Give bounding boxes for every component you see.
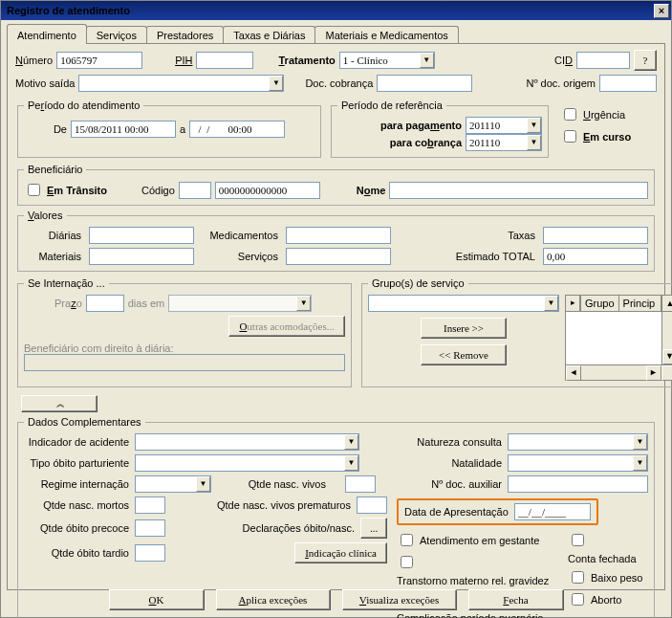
visualiza-excecoes-button[interactable]: Visualiza exceções (342, 589, 457, 610)
tratamento-select[interactable]: 1 - Clínico (339, 52, 435, 69)
chevron-up-icon[interactable]: ▲ (661, 296, 672, 311)
estimado-total-label: Estimado TOTAL (399, 251, 535, 262)
pih-input[interactable] (196, 52, 253, 69)
ndoc-origem-input[interactable] (599, 75, 657, 92)
medicamentos-input[interactable] (286, 227, 391, 244)
chk-gestante[interactable] (401, 534, 413, 546)
qtde-nasc-vivos-prematuros-label: Qtde nasc. vivos prematuros (171, 499, 351, 511)
scrollbar-horizontal[interactable]: ◄ ► (565, 365, 672, 381)
taxas-input[interactable] (543, 227, 648, 244)
beneficiario-legend: Beneficiário (24, 164, 86, 175)
chk-puerperio-label: Complicação período puerpério (397, 612, 543, 618)
tab-materiais-medicamentos[interactable]: Materiais e Medicamentos (314, 26, 458, 44)
estimado-total-input[interactable] (543, 248, 648, 265)
regime-internacao-label: Regime internação (24, 478, 129, 490)
ndoc-origem-label: Nº doc. origem (527, 77, 596, 89)
grid-col-grupo[interactable]: Grupo (581, 296, 619, 311)
scrollbar-vertical[interactable]: ▼ (661, 312, 672, 364)
para-pagamento-label: para pagamento (380, 120, 462, 131)
qtde-nasc-vivos-prematuros-input[interactable] (357, 497, 387, 514)
qtde-nasc-vivos-input[interactable] (345, 475, 376, 493)
indicador-acidente-select[interactable] (135, 433, 359, 451)
tab-servicos[interactable]: Serviços (86, 26, 147, 44)
motivo-saida-select[interactable] (78, 75, 284, 92)
materiais-label: Materiais (24, 251, 81, 262)
grid-body[interactable]: ▼ (565, 312, 672, 365)
em-curso-label: Em curso (583, 131, 631, 143)
chk-conta-fechada[interactable] (572, 534, 584, 546)
tab-taxas-diarias[interactable]: Taxas e Diárias (223, 26, 315, 44)
doc-cobranca-input[interactable] (377, 75, 472, 92)
taxas-label: Taxas (399, 230, 535, 241)
chk-conta-fechada-label: Conta fechada (568, 553, 637, 564)
nome-input[interactable] (389, 182, 648, 199)
qtde-nasc-mortos-input[interactable] (135, 497, 165, 514)
grid-col-princip[interactable]: Princip (619, 296, 661, 311)
ndoc-auxiliar-input[interactable] (508, 475, 648, 493)
close-icon[interactable]: × (654, 4, 669, 18)
expand-button[interactable]: ︽ (21, 395, 98, 412)
chevron-down-icon[interactable]: ▼ (662, 349, 672, 364)
dias-em-label: dias em (128, 298, 165, 309)
grupo-select[interactable] (368, 295, 559, 312)
cid-label: CID (554, 55, 573, 66)
periodo-atend-legend: Período do atendimento (24, 99, 143, 111)
tipo-obito-select[interactable] (135, 454, 359, 472)
servicos-label: Serviços (202, 251, 278, 262)
codigo-label: Código (141, 185, 175, 196)
indicacao-clinica-button[interactable]: Indicação clínica (294, 542, 387, 563)
para-pagamento-select[interactable]: 201110 (466, 117, 542, 134)
chk-transtorno-label: Transtorno materno rel. gravidez (397, 575, 549, 586)
qtde-obito-tardio-input[interactable] (135, 544, 165, 562)
natureza-consulta-label: Natureza consulta (397, 436, 502, 448)
periodo-a-input[interactable] (189, 121, 285, 138)
periodo-de-input[interactable] (71, 121, 176, 138)
insere-button[interactable]: Insere >> (421, 318, 507, 339)
aplica-excecoes-button[interactable]: Aplica exceções (216, 589, 331, 610)
urgencia-checkbox[interactable] (564, 108, 576, 121)
regime-internacao-select[interactable] (135, 475, 211, 493)
tipo-obito-label: Tipo óbito parturiente (24, 457, 129, 469)
numero-input[interactable] (56, 52, 142, 69)
cid-help-button[interactable]: ? (634, 50, 657, 71)
qtde-obito-precoce-label: Qtde óbito precoce (24, 522, 129, 534)
tabstrip: Atendimento Serviços Prestadores Taxas e… (7, 26, 665, 44)
materiais-input[interactable] (89, 248, 194, 265)
chk-gestante-label: Atendimento em gestante (420, 535, 539, 546)
ndoc-auxiliar-label: Nº doc. auxiliar (397, 478, 502, 490)
chk-transtorno[interactable] (401, 556, 413, 568)
codigo1-input[interactable] (179, 182, 211, 199)
natureza-consulta-select[interactable] (508, 433, 648, 451)
declaracoes-button[interactable]: ... (360, 518, 387, 539)
servicos-input[interactable] (286, 248, 391, 265)
diarias-input[interactable] (89, 227, 194, 244)
qtde-nasc-vivos-label: Qtde nasc. vivos (230, 478, 326, 490)
internacao-legend: Se Internação ... (24, 277, 109, 289)
chevron-right-icon[interactable]: ► (646, 365, 661, 381)
em-curso-checkbox[interactable] (564, 130, 576, 143)
data-apresentacao-input[interactable] (514, 503, 591, 520)
qtde-nasc-mortos-label: Qtde nasc. mortos (24, 499, 129, 511)
double-chevron-up-icon: ︽ (56, 399, 63, 408)
para-cobranca-select[interactable]: 201110 (466, 134, 542, 151)
cid-input[interactable] (576, 52, 630, 69)
ok-button[interactable]: OK (109, 589, 205, 610)
data-apresentacao-highlight: Data de Apresentação (397, 498, 598, 525)
para-cobranca-label: para cobrança (390, 137, 462, 148)
tab-prestadores[interactable]: Prestadores (146, 26, 224, 44)
qtde-obito-precoce-input[interactable] (135, 519, 165, 537)
prazo-input (86, 295, 124, 312)
grupos-legend: Grupo(s) de serviço (368, 277, 468, 289)
numero-label: Número (15, 55, 53, 66)
chk-baixo-peso[interactable] (572, 571, 584, 584)
titlebar: Registro de atendimento × (1, 1, 671, 20)
beneficiario-diaria-label: Beneficiário com direito à diária: (24, 342, 345, 354)
tab-atendimento[interactable]: Atendimento (7, 24, 87, 44)
fecha-button[interactable]: Fecha (468, 589, 564, 610)
em-transito-checkbox[interactable] (28, 184, 40, 196)
codigo2-input[interactable] (215, 182, 320, 199)
natalidade-select[interactable] (508, 454, 648, 472)
remove-button[interactable]: << Remove (421, 344, 507, 365)
chevron-left-icon[interactable]: ◄ (566, 365, 581, 381)
prazo-label: Prazo (54, 298, 82, 309)
